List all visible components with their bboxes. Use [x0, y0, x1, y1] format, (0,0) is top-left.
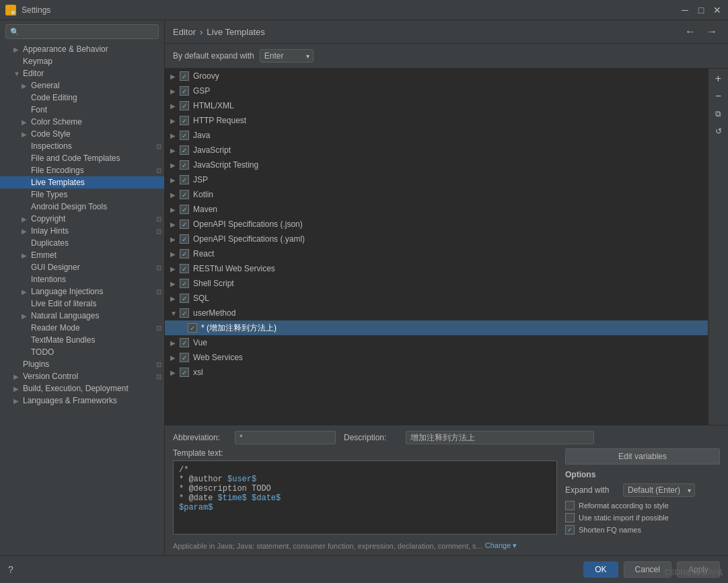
- template-maven[interactable]: ▶ Maven: [165, 202, 708, 217]
- sidebar-item-code-style[interactable]: ▶ Code Style: [0, 128, 164, 140]
- template-restful[interactable]: ▶ RESTful Web Services: [165, 261, 708, 276]
- description-input[interactable]: [406, 431, 594, 444]
- minimize-btn[interactable]: ─: [680, 5, 690, 15]
- template-checkbox[interactable]: [188, 323, 197, 333]
- template-checkbox[interactable]: [180, 145, 189, 155]
- sidebar-item-editor[interactable]: ▼ Editor: [0, 67, 164, 79]
- add-button[interactable]: +: [711, 71, 726, 86]
- sidebar-item-natural-languages[interactable]: ▶ Natural Languages: [0, 310, 164, 322]
- abbreviation-input[interactable]: [235, 431, 336, 444]
- template-checkbox[interactable]: [180, 264, 189, 273]
- template-checkbox[interactable]: [180, 116, 189, 125]
- template-javascript[interactable]: ▶ JavaScript: [165, 143, 708, 158]
- sidebar-item-color-scheme[interactable]: ▶ Color Scheme: [0, 116, 164, 128]
- expand-with-select-wrap[interactable]: Default (Enter): [623, 483, 695, 497]
- ok-button[interactable]: OK: [583, 561, 618, 578]
- sidebar-item-emmet[interactable]: ▶ Emmet: [0, 249, 164, 261]
- sidebar-item-gui-designer[interactable]: GUI Designer ⊡: [0, 261, 164, 273]
- search-input[interactable]: [22, 27, 154, 36]
- restore-button[interactable]: ↺: [711, 124, 726, 139]
- sidebar-item-inspections[interactable]: Inspections ⊡: [0, 140, 164, 152]
- forward-button[interactable]: →: [704, 26, 720, 38]
- template-checkbox[interactable]: [180, 249, 189, 259]
- template-shell-script[interactable]: ▶ Shell Script: [165, 276, 708, 291]
- sidebar-item-plugins[interactable]: Plugins ⊡: [0, 358, 164, 370]
- template-java[interactable]: ▶ Java: [165, 128, 708, 143]
- expand-with-select[interactable]: Default (Enter): [623, 483, 695, 497]
- remove-button[interactable]: −: [711, 89, 726, 104]
- sidebar-item-textmate-bundles[interactable]: TextMate Bundles: [0, 334, 164, 346]
- maximize-btn[interactable]: □: [696, 5, 706, 15]
- sidebar-item-android-design-tools[interactable]: Android Design Tools: [0, 201, 164, 213]
- sidebar-item-languages-frameworks[interactable]: ▶ Languages & Frameworks: [0, 395, 164, 407]
- expand-select-wrap[interactable]: Enter: [260, 49, 314, 63]
- template-checkbox[interactable]: [180, 279, 189, 288]
- template-checkbox[interactable]: [180, 338, 189, 347]
- shorten-fq-checkbox[interactable]: [565, 525, 575, 535]
- sidebar-item-appearance[interactable]: ▶ Appearance & Behavior: [0, 43, 164, 55]
- template-javascript-testing[interactable]: ▶ JavaScript Testing: [165, 158, 708, 172]
- static-import-checkbox[interactable]: [565, 513, 575, 522]
- sidebar-item-general[interactable]: ▶ General: [0, 79, 164, 92]
- sidebar-item-live-edit-literals[interactable]: Live Edit of literals: [0, 298, 164, 310]
- sidebar-item-code-editing[interactable]: Code Editing: [0, 92, 164, 104]
- close-btn[interactable]: ✕: [712, 5, 723, 15]
- template-checkbox[interactable]: [180, 86, 189, 96]
- sidebar-item-file-types[interactable]: File Types: [0, 188, 164, 201]
- template-xsl[interactable]: ▶ xsl: [165, 365, 708, 380]
- back-button[interactable]: ←: [682, 26, 698, 38]
- sidebar-item-live-templates[interactable]: Live Templates: [0, 176, 164, 188]
- template-vue[interactable]: ▶ Vue: [165, 335, 708, 350]
- template-checkbox[interactable]: [180, 131, 189, 140]
- sidebar-item-reader-mode[interactable]: Reader Mode ⊡: [0, 322, 164, 334]
- template-openapi-yaml[interactable]: ▶ OpenAPI Specifications (.yaml): [165, 232, 708, 246]
- template-openapi-json[interactable]: ▶ OpenAPI Specifications (.json): [165, 217, 708, 232]
- template-checkbox[interactable]: [180, 71, 189, 81]
- template-checkbox[interactable]: [180, 219, 189, 229]
- template-html-xml[interactable]: ▶ HTML/XML: [165, 98, 708, 113]
- sidebar-item-copyright[interactable]: ▶ Copyright ⊡: [0, 213, 164, 225]
- sidebar-item-keymap[interactable]: Keymap: [0, 55, 164, 67]
- sidebar-item-inlay-hints[interactable]: ▶ Inlay Hints ⊡: [0, 225, 164, 237]
- sidebar-item-build-execution[interactable]: ▶ Build, Execution, Deployment: [0, 382, 164, 395]
- arrow-icon: ▶: [13, 385, 22, 392]
- template-checkbox[interactable]: [180, 101, 189, 110]
- sidebar-item-language-injections[interactable]: ▶ Language Injections ⊡: [0, 285, 164, 298]
- sidebar-item-file-code-templates[interactable]: File and Code Templates: [0, 152, 164, 164]
- svg-rect-3: [11, 11, 15, 14]
- template-checkbox[interactable]: [180, 368, 189, 377]
- template-checkbox[interactable]: [180, 190, 189, 199]
- sidebar-item-todo[interactable]: TODO: [0, 346, 164, 358]
- template-code-editor[interactable]: /* * @author $user$ * @description TODO …: [173, 460, 557, 535]
- sidebar-item-duplicates[interactable]: Duplicates: [0, 237, 164, 249]
- copy-button[interactable]: ⧉: [711, 106, 726, 121]
- sidebar-item-font[interactable]: Font: [0, 104, 164, 116]
- sidebar-item-intentions[interactable]: Intentions: [0, 273, 164, 285]
- template-add-comment[interactable]: * (增加注释到方法上): [165, 320, 708, 335]
- template-web-services[interactable]: ▶ Web Services: [165, 350, 708, 365]
- template-checkbox[interactable]: [180, 353, 189, 362]
- template-gsp[interactable]: ▶ GSP: [165, 83, 708, 98]
- template-groovy[interactable]: ▶ Groovy: [165, 69, 708, 83]
- template-checkbox[interactable]: [180, 160, 189, 170]
- template-kotlin[interactable]: ▶ Kotlin: [165, 187, 708, 202]
- template-checkbox[interactable]: [180, 175, 189, 184]
- main-panel: Editor › Live Templates ← → By default e…: [165, 20, 728, 555]
- expand-select[interactable]: Enter: [260, 49, 314, 63]
- sidebar-item-version-control[interactable]: ▶ Version Control ⊡: [0, 370, 164, 382]
- template-jsp[interactable]: ▶ JSP: [165, 172, 708, 187]
- help-button[interactable]: ?: [8, 564, 13, 575]
- template-checkbox[interactable]: [180, 205, 189, 214]
- reformat-checkbox[interactable]: [565, 501, 575, 510]
- template-checkbox[interactable]: [180, 234, 189, 244]
- sidebar-item-file-encodings[interactable]: File Encodings ⊡: [0, 164, 164, 176]
- change-link[interactable]: Change ▾: [485, 541, 517, 550]
- template-checkbox[interactable]: [180, 308, 189, 318]
- edit-variables-button[interactable]: Edit variables: [565, 448, 720, 465]
- template-http-request[interactable]: ▶ HTTP Request: [165, 113, 708, 128]
- search-box[interactable]: 🔍: [5, 24, 159, 39]
- template-checkbox[interactable]: [180, 294, 189, 303]
- template-usermethod[interactable]: ▼ userMethod: [165, 306, 708, 320]
- template-sql[interactable]: ▶ SQL: [165, 291, 708, 306]
- template-react[interactable]: ▶ React: [165, 246, 708, 261]
